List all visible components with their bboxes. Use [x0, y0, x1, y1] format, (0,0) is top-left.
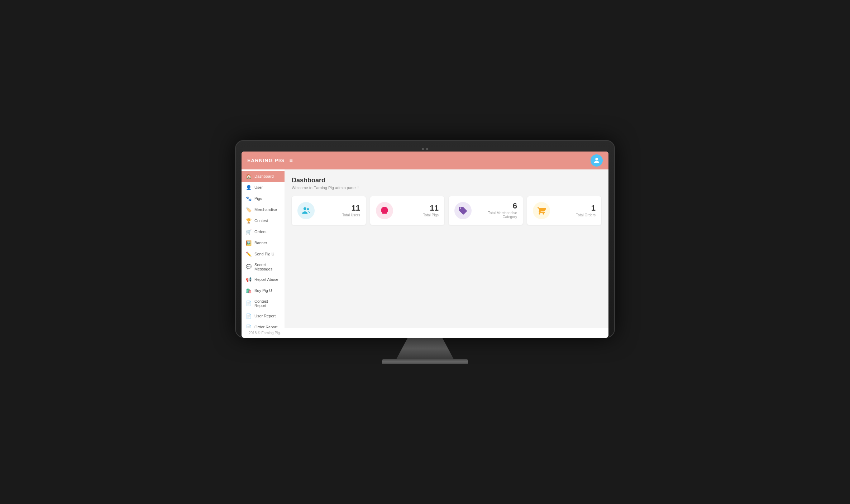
sidebar: 🏠 Dashboard 👤 User 🐾 Pigs 🏷️ [242, 169, 285, 328]
stat-info-users: 11 Total Users [319, 204, 360, 217]
sidebar-item-secret-messages[interactable]: 💬 Secret Messages [242, 260, 285, 274]
sidebar-item-report-abuse[interactable]: 📢 Report Abuse [242, 274, 285, 285]
sidebar-item-dashboard[interactable]: 🏠 Dashboard [242, 171, 285, 182]
app-logo: EARNING PIG [247, 158, 285, 163]
buy-pig-u-icon: 🛍️ [246, 288, 252, 293]
sidebar-item-label: Report Abuse [254, 277, 278, 282]
svg-point-0 [595, 158, 598, 160]
monitor-base [382, 359, 468, 364]
stat-number-orders: 1 [554, 204, 596, 212]
footer-text: 2018 © Earning Pig. [249, 331, 281, 335]
hamburger-icon[interactable]: ≡ [290, 157, 293, 164]
sidebar-item-label: Contest Report [254, 299, 280, 308]
app-header: EARNING PIG ≡ [242, 152, 608, 169]
sidebar-item-label: Contest [254, 219, 268, 223]
page-subtitle: Welcome to Earning Pig admin panel ! [292, 186, 601, 190]
user-report-icon: 📄 [246, 313, 252, 319]
sidebar-item-label: Buy Pig U [254, 288, 272, 293]
sidebar-item-label: Banner [254, 241, 267, 245]
app-body: 🏠 Dashboard 👤 User 🐾 Pigs 🏷️ [242, 169, 608, 328]
sidebar-item-label: User Report [254, 314, 276, 318]
sidebar-item-label: Send Pig U [254, 252, 274, 256]
merchandise-icon: 🏷️ [246, 207, 252, 212]
svg-point-6 [385, 211, 386, 211]
pigs-icon-circle [376, 202, 393, 219]
sidebar-item-label: Orders [254, 230, 267, 234]
monitor-stand [396, 338, 454, 359]
report-abuse-icon: 📢 [246, 277, 252, 282]
banner-icon: 🖼️ [246, 240, 252, 246]
monitor-outer: EARNING PIG ≡ [235, 140, 615, 338]
orders-icon: 🛒 [246, 229, 252, 235]
dashboard-icon: 🏠 [246, 174, 252, 179]
sidebar-item-order-report[interactable]: 📄 Order Report [242, 322, 285, 328]
svg-point-2 [307, 208, 309, 210]
sidebar-item-buy-pig-u[interactable]: 🛍️ Buy Pig U [242, 285, 285, 296]
orders-icon-circle [533, 202, 550, 219]
sidebar-item-user[interactable]: 👤 User [242, 182, 285, 193]
stat-number-users: 11 [319, 204, 360, 212]
stat-info-merchandise: 6 Total Merchandise Category [476, 202, 517, 219]
sidebar-item-label: User [254, 185, 263, 189]
stat-info-orders: 1 Total Orders [554, 204, 596, 217]
sidebar-item-banner[interactable]: 🖼️ Banner [242, 237, 285, 249]
merchandise-icon-circle [454, 202, 472, 219]
pigs-icon: 🐾 [246, 196, 252, 201]
sidebar-item-label: Order Report [254, 325, 277, 328]
stat-card-merchandise: 6 Total Merchandise Category [449, 196, 523, 225]
page-title: Dashboard [292, 177, 601, 184]
avatar[interactable] [591, 154, 603, 167]
stat-label-pigs: Total Pigs [397, 213, 439, 217]
contest-report-icon: 📄 [246, 301, 252, 306]
contest-icon: 🏆 [246, 218, 252, 224]
sidebar-item-contest[interactable]: 🏆 Contest [242, 215, 285, 226]
sidebar-item-label: Dashboard [254, 174, 274, 178]
svg-point-5 [383, 211, 384, 211]
header-left: EARNING PIG ≡ [247, 157, 293, 164]
monitor-top-bar [242, 147, 608, 152]
stat-number-pigs: 11 [397, 204, 439, 212]
stat-card-users: 11 Total Users [292, 196, 366, 225]
app-footer: 2018 © Earning Pig. [242, 328, 608, 338]
monitor-container: EARNING PIG ≡ [235, 140, 615, 364]
sidebar-item-pigs[interactable]: 🐾 Pigs [242, 193, 285, 204]
sidebar-item-orders[interactable]: 🛒 Orders [242, 226, 285, 237]
stat-label-merchandise: Total Merchandise Category [476, 211, 517, 219]
sidebar-item-label: Merchandise [254, 207, 277, 212]
sidebar-item-contest-report[interactable]: 📄 Contest Report [242, 296, 285, 311]
stat-label-users: Total Users [319, 213, 360, 217]
sidebar-item-label: Pigs [254, 196, 262, 201]
svg-point-1 [304, 207, 306, 210]
stat-card-pigs: 11 Total Pigs [370, 196, 444, 225]
stat-info-pigs: 11 Total Pigs [397, 204, 439, 217]
users-icon-circle [297, 202, 315, 219]
order-report-icon: 📄 [246, 325, 252, 328]
main-content: Dashboard Welcome to Earning Pig admin p… [285, 169, 608, 328]
user-icon: 👤 [246, 185, 252, 190]
stat-number-merchandise: 6 [476, 202, 517, 210]
stats-grid: 11 Total Users [292, 196, 601, 225]
sidebar-item-send-pig-u[interactable]: ✏️ Send Pig U [242, 249, 285, 260]
stat-label-orders: Total Orders [554, 213, 596, 217]
sidebar-item-label: Secret Messages [254, 263, 280, 271]
sidebar-item-merchandise[interactable]: 🏷️ Merchandise [242, 204, 285, 215]
send-pig-u-icon: ✏️ [246, 251, 252, 257]
stat-card-orders: 1 Total Orders [527, 196, 601, 225]
sidebar-item-user-report[interactable]: 📄 User Report [242, 311, 285, 322]
monitor-screen: EARNING PIG ≡ [242, 152, 608, 338]
secret-messages-icon: 💬 [246, 264, 252, 269]
